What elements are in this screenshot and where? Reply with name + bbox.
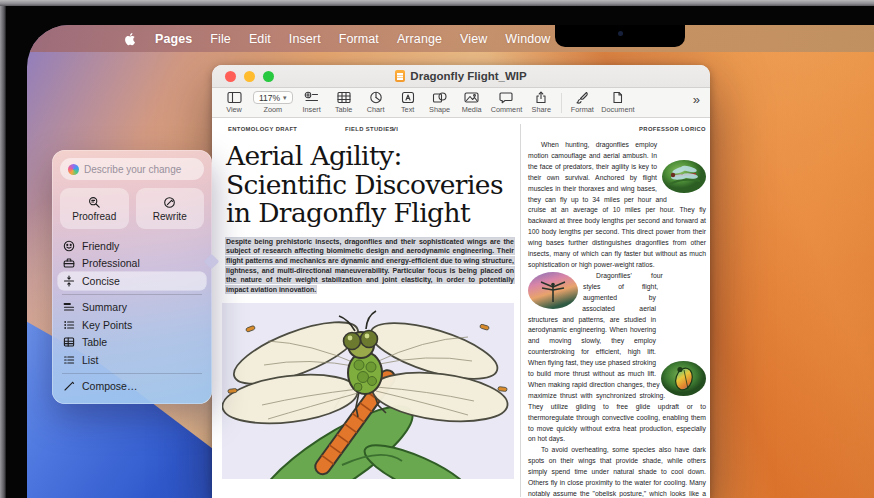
right-column: PROFESSOR LORICO W <box>528 126 706 497</box>
intro-paragraph[interactable]: Despite being prehistoric insects, drago… <box>226 237 514 295</box>
apple-menu[interactable] <box>124 32 137 46</box>
toolbar-divider <box>561 93 562 113</box>
paragraph-text-3: To avoid overheating, some species also … <box>528 446 706 497</box>
window-title: Dragonfly Flight_WIP <box>410 70 526 82</box>
display-notch <box>555 25 685 47</box>
table-label: Table <box>335 105 352 114</box>
writing-tools-menu: Friendly Professional Concise Summary <box>52 237 212 395</box>
document-icon <box>611 91 624 104</box>
shape-icon <box>432 91 447 104</box>
menu-item-format[interactable]: Format <box>339 32 379 46</box>
summary-label: Summary <box>82 301 127 313</box>
column-divider <box>520 124 521 497</box>
title-line-1: Aerial Agility: <box>226 142 514 171</box>
menu-option-key-points[interactable]: Key Points <box>58 316 206 334</box>
proofread-label: Proofread <box>72 211 116 222</box>
describe-change-input[interactable] <box>84 164 196 175</box>
media-label: Media <box>462 105 482 114</box>
compose-label: Compose… <box>82 380 137 392</box>
summary-icon <box>63 301 75 313</box>
menu-option-list[interactable]: List <box>58 351 206 369</box>
toolbar: View 117%▾ Zoom Insert Table Chart <box>212 88 710 118</box>
pages-document-icon <box>395 70 405 82</box>
concise-label: Concise <box>82 275 120 287</box>
inline-image-dragonfly-sunset[interactable] <box>528 272 578 309</box>
key-points-icon <box>63 319 75 331</box>
format-brush-icon <box>575 91 589 104</box>
menu-divider <box>62 294 202 295</box>
menu-option-summary[interactable]: Summary <box>58 299 206 317</box>
menu-item-pages[interactable]: Pages <box>155 32 192 46</box>
dragonfly-illustration[interactable] <box>222 303 514 479</box>
document-title: Aerial Agility: Scientific Discoveries i… <box>226 142 514 228</box>
selected-text[interactable]: Despite being prehistoric insects, drago… <box>226 238 514 293</box>
menu-item-arrange[interactable]: Arrange <box>397 32 442 46</box>
shape-label: Shape <box>429 105 450 114</box>
menu-item-edit[interactable]: Edit <box>249 32 271 46</box>
table-label: Table <box>82 336 107 348</box>
document-canvas[interactable]: ENTOMOLOGY DRAFT FIELD STUDIES VI Aerial… <box>212 118 710 497</box>
header-center: FIELD STUDIES <box>345 126 394 132</box>
format-label: Format <box>571 105 594 114</box>
menu-item-insert[interactable]: Insert <box>289 32 321 46</box>
text-button[interactable]: Text <box>395 91 421 114</box>
describe-change-field[interactable] <box>60 158 204 180</box>
list-icon <box>63 354 75 366</box>
macbook-scene: Pages File Edit Insert Format Arrange Vi… <box>0 0 874 498</box>
menu-option-professional[interactable]: Professional <box>58 255 206 273</box>
menu-option-friendly[interactable]: Friendly <box>58 237 206 255</box>
apple-icon <box>124 32 137 46</box>
briefcase-icon <box>63 257 75 269</box>
rewrite-button[interactable]: Rewrite <box>136 188 205 229</box>
doc-paragraph-3[interactable]: To avoid overheating, some species also … <box>528 445 706 497</box>
inline-image-dragonfly-green[interactable] <box>662 160 706 193</box>
media-icon <box>464 91 479 104</box>
laptop-left-edge <box>0 0 6 498</box>
rewrite-circle-pencil-icon <box>163 196 176 209</box>
window-title-wrap: Dragonfly Flight_WIP <box>212 70 710 82</box>
menu-item-view[interactable]: View <box>460 32 487 46</box>
green-dragonfly-photo <box>662 160 706 193</box>
proofread-magnifier-icon <box>88 196 101 209</box>
menu-item-file[interactable]: File <box>210 32 231 46</box>
share-button[interactable]: Share <box>528 91 554 114</box>
camera-dot <box>618 31 623 36</box>
proofread-button[interactable]: Proofread <box>60 188 129 229</box>
table-button[interactable]: Table <box>331 91 357 114</box>
zoom-label: Zoom <box>263 105 282 114</box>
header-left: ENTOMOLOGY DRAFT <box>228 126 297 132</box>
doc-paragraph-1[interactable]: When hunting, dragonflies employ motion … <box>528 140 706 271</box>
comment-button[interactable]: Comment <box>491 91 523 114</box>
sidebar-icon <box>227 91 242 104</box>
header-number: VI <box>392 126 398 132</box>
beetle-photo <box>661 361 706 396</box>
window-titlebar[interactable]: Dragonfly Flight_WIP <box>212 65 710 88</box>
menu-bar: Pages File Edit Insert Format Arrange Vi… <box>27 25 874 52</box>
document-button[interactable]: Document <box>601 91 634 114</box>
professional-label: Professional <box>82 257 140 269</box>
toolbar-overflow-button[interactable]: » <box>691 92 704 113</box>
desktop: Pages File Edit Insert Format Arrange Vi… <box>27 25 874 498</box>
running-header: ENTOMOLOGY DRAFT FIELD STUDIES VI <box>222 126 514 135</box>
compose-pencil-icon <box>63 380 75 392</box>
sunset-dragonfly-photo <box>528 272 578 309</box>
chart-button[interactable]: Chart <box>363 91 389 114</box>
inline-image-green-beetle[interactable] <box>661 361 706 396</box>
header-right: PROFESSOR LORICO <box>528 126 706 135</box>
menu-option-table[interactable]: Table <box>58 334 206 352</box>
smiley-icon <box>63 240 75 252</box>
menu-option-compose[interactable]: Compose… <box>58 378 206 396</box>
share-icon <box>534 91 548 104</box>
media-button[interactable]: Media <box>459 91 485 114</box>
view-button[interactable]: View <box>221 91 247 114</box>
menu-item-window[interactable]: Window <box>505 32 550 46</box>
menu-option-concise[interactable]: Concise <box>58 272 206 290</box>
shape-button[interactable]: Shape <box>427 91 453 114</box>
comment-label: Comment <box>491 105 523 114</box>
insert-button[interactable]: Insert <box>299 91 325 114</box>
zoom-control[interactable]: 117%▾ Zoom <box>253 91 293 114</box>
doc-paragraph-2[interactable]: Dragonflies' four styles of flight, augm… <box>528 271 706 446</box>
format-button[interactable]: Format <box>569 91 595 114</box>
concise-compress-icon <box>63 275 75 287</box>
key-points-label: Key Points <box>82 319 132 331</box>
